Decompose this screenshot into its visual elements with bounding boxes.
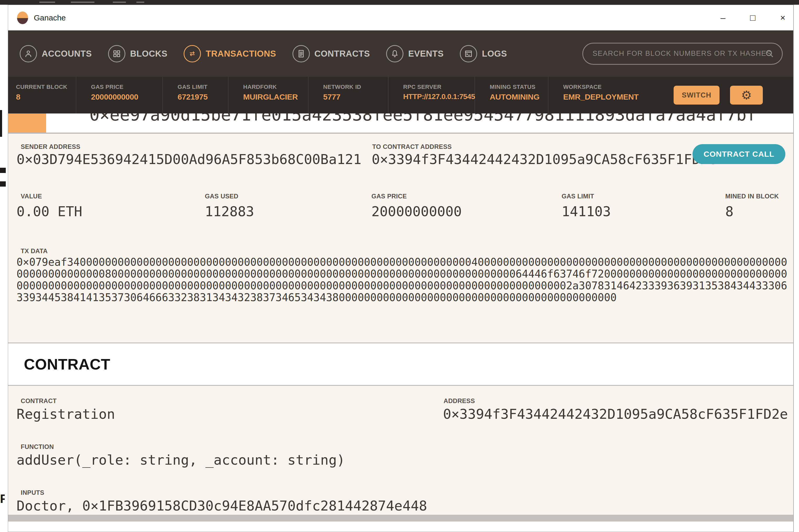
minimize-button[interactable]: – <box>721 5 726 31</box>
terminal-icon <box>460 45 477 62</box>
window-title: Ganache <box>34 13 66 22</box>
function-signature: addUser(_role: string, _account: string) <box>17 452 345 468</box>
status-workspace: WORKSPACE EMR_DEPLOYMENT <box>548 77 664 113</box>
tab-label: BLOCKS <box>130 49 167 59</box>
swap-arrows-icon <box>184 45 201 62</box>
tab-label: EVENTS <box>408 49 443 59</box>
background-window-strip <box>0 0 799 5</box>
value-field: VALUE 0.00 ETH <box>21 193 82 220</box>
background-window-fragment <box>0 182 6 187</box>
tx-data-label: TX DATA <box>21 247 48 255</box>
bell-icon <box>386 45 403 62</box>
function-label: FUNCTION <box>21 443 54 451</box>
tab-label: CONTRACTS <box>314 49 370 59</box>
tx-hash-row: 0×ee97a90d15be71fe015a423538fee5f81ee954… <box>8 113 793 134</box>
gas-used-value: 112883 <box>205 204 254 220</box>
search-box <box>582 43 783 65</box>
gas-price-field: GAS PRICE 20000000000 <box>371 193 462 220</box>
mined-in-block-field: MINED IN BLOCK 8 <box>725 193 779 220</box>
status-hardfork: HARDFORK MUIRGLACIER <box>229 77 308 113</box>
sender-address-label: SENDER ADDRESS <box>21 143 80 150</box>
value-amount: 0.00 ETH <box>17 204 82 220</box>
tab-label: ACCOUNTS <box>42 49 92 59</box>
tab-blocks[interactable]: BLOCKS <box>108 45 167 62</box>
status-gas-limit: GAS LIMIT 6721975 <box>163 77 229 113</box>
status-gas-price: GAS PRICE 20000000000 <box>76 77 163 113</box>
contract-address-value: 0×3394f3F43442442432D1095a9CA58cF635F1FD… <box>443 406 788 422</box>
sender-address-value: 0×03D794E536942415D00Ad96A5F853b68C00Ba1… <box>17 151 361 167</box>
horizontal-scrollbar <box>8 515 793 521</box>
search-icon <box>764 48 775 59</box>
gas-price-value: 20000000000 <box>371 204 462 220</box>
status-bar: CURRENT BLOCK 8 GAS PRICE 20000000000 GA… <box>8 77 793 113</box>
inputs-label: INPUTS <box>21 489 44 496</box>
tab-contracts[interactable]: CONTRACTS <box>292 45 370 62</box>
mined-in-block-value: 8 <box>725 204 779 220</box>
gear-icon[interactable]: ⚙ <box>730 86 763 104</box>
status-mining-status: MINING STATUS AUTOMINING <box>475 77 548 113</box>
horizontal-scrollbar-thumb[interactable] <box>8 515 794 521</box>
blocks-grid-icon <box>108 45 125 62</box>
desktop: F Ganache – □ × ACCOUNTS <box>0 0 799 532</box>
contract-details: CONTRACT Registration ADDRESS 0×3394f3F4… <box>8 386 793 515</box>
tab-logs[interactable]: LOGS <box>460 45 507 62</box>
status-rpc-server: RPC SERVER HTTP://127.0.0.1:7545 <box>388 77 475 113</box>
gas-used-field: GAS USED 112883 <box>205 193 254 220</box>
main-nav: ACCOUNTS BLOCKS TRANSACTIONS CONTRACTS <box>8 31 793 77</box>
back-button-partial[interactable] <box>8 113 46 133</box>
tx-hash: 0×ee97a90d15be71fe015a423538fee5f81ee954… <box>89 113 757 125</box>
contract-section-heading: CONTRACT <box>24 355 110 373</box>
background-window-fragment <box>0 110 2 137</box>
to-contract-address-label: TO CONTRACT ADDRESS <box>372 143 452 150</box>
title-bar: Ganache – □ × <box>8 5 793 31</box>
ganache-logo-icon <box>17 12 28 24</box>
document-icon <box>292 45 310 62</box>
maximize-button[interactable]: □ <box>750 5 756 31</box>
tab-label: TRANSACTIONS <box>206 49 276 59</box>
search-input[interactable] <box>592 49 776 58</box>
window-controls: – □ × <box>721 5 785 31</box>
close-button[interactable]: × <box>780 5 785 31</box>
contract-label: CONTRACT <box>21 397 57 405</box>
to-contract-address-value: 0×3394f3F43442442432D1095a9CA58cF635F1FD… <box>372 151 716 167</box>
contract-name: Registration <box>17 406 115 422</box>
tab-transactions[interactable]: TRANSACTIONS <box>184 45 276 62</box>
ganache-window: Ganache – □ × ACCOUNTS BLOCKS <box>8 5 794 532</box>
gas-limit-value: 141103 <box>562 204 611 220</box>
background-window-fragment <box>0 168 6 173</box>
switch-workspace-button[interactable]: SWITCH <box>674 86 720 104</box>
tx-data-value: 0×079eaf34000000000000000000000000000000… <box>17 256 788 303</box>
person-icon <box>20 45 37 62</box>
inputs-value: Doctor, 0×1FB3969158CD30c94E8AA570dfc281… <box>17 498 427 514</box>
contract-call-badge: CONTRACT CALL <box>692 144 785 164</box>
tab-accounts[interactable]: ACCOUNTS <box>20 45 92 62</box>
background-window-fragment: F <box>0 492 5 506</box>
status-network-id: NETWORK ID 5777 <box>308 77 388 113</box>
tab-label: LOGS <box>482 49 507 59</box>
tab-events[interactable]: EVENTS <box>386 45 443 62</box>
contract-address-label: ADDRESS <box>443 397 475 405</box>
status-current-block: CURRENT BLOCK 8 <box>8 77 76 113</box>
transaction-card: SENDER ADDRESS 0×03D794E536942415D00Ad96… <box>8 134 793 343</box>
contract-section-band: CONTRACT <box>8 343 793 386</box>
gas-limit-field: GAS LIMIT 141103 <box>562 193 611 220</box>
